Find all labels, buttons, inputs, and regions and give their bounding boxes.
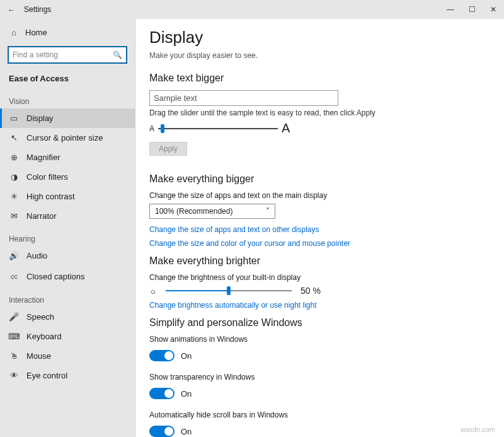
home-label: Home [25, 28, 47, 37]
home-nav[interactable]: ⌂ Home [0, 24, 135, 41]
nav-icon: ⊕ [9, 153, 19, 162]
sidebar-item-magnifier[interactable]: ⊕Magnifier [0, 148, 135, 167]
sidebar-item-high-contrast[interactable]: ✳High contrast [0, 187, 135, 206]
sidebar-item-narrator[interactable]: ✉Narrator [0, 206, 135, 226]
nav-icon: ⌨ [9, 332, 19, 341]
titlebar: ← Settings — ☐ ✕ [0, 0, 504, 19]
nav-group: Hearing [0, 226, 135, 246]
main-content: Display Make your display easier to see.… [135, 19, 504, 437]
sidebar: ⌂ Home Find a setting 🔍 Ease of Access V… [0, 19, 135, 437]
text-slider-thumb[interactable] [161, 124, 164, 133]
sidebar-item-mouse[interactable]: 🖱Mouse [0, 346, 135, 366]
search-placeholder: Find a setting [13, 50, 58, 59]
breadcrumb: Ease of Access [0, 69, 135, 88]
nav-label: High contrast [26, 192, 75, 201]
brightness-thumb[interactable] [227, 286, 231, 295]
toggle-transparency-state: On [181, 389, 192, 399]
sidebar-item-audio[interactable]: 🔊Audio [0, 246, 135, 265]
chevron-down-icon: ˅ [266, 207, 270, 216]
sidebar-item-color-filters[interactable]: ◑Color filters [0, 167, 135, 187]
section-text-bigger: Make text bigger [149, 73, 490, 84]
link-night-light[interactable]: Change brightness automatically or use n… [149, 301, 490, 310]
page-title: Display [149, 28, 490, 47]
scale-select[interactable]: 100% (Recommended) ˅ [149, 204, 275, 219]
nav-group: Vision [0, 88, 135, 108]
nav-label: Magnifier [26, 153, 60, 162]
close-button[interactable]: ✕ [483, 0, 504, 19]
small-a-icon: A [149, 124, 154, 133]
nav-label: Audio [26, 251, 47, 260]
nav-icon: 🎤 [9, 312, 19, 322]
nav-icon: ✳ [9, 192, 19, 201]
window-title: Settings [24, 5, 51, 14]
text-size-slider[interactable]: A A [149, 121, 490, 136]
search-icon: 🔍 [113, 50, 122, 59]
nav-label: Speech [26, 312, 54, 322]
link-cursor-pointer[interactable]: Change the size and color of your cursor… [149, 239, 490, 248]
sample-text-box: Sample text [149, 90, 338, 106]
sun-icon: ☼ [149, 286, 157, 296]
scale-label: Change the size of apps and text on the … [149, 191, 490, 200]
watermark: wsxdn.com [461, 426, 495, 433]
nav-label: Closed captions [26, 272, 85, 281]
nav-label: Keyboard [26, 332, 62, 341]
toggle-animations-label: Show animations in Windows [149, 335, 490, 344]
toggle-scrollbars-label: Automatically hide scroll bars in Window… [149, 411, 490, 419]
toggle-animations-state: On [181, 351, 192, 361]
nav-icon: 🖱 [9, 351, 19, 361]
apply-button[interactable]: Apply [149, 142, 187, 156]
sidebar-item-speech[interactable]: 🎤Speech [0, 307, 135, 327]
sidebar-item-closed-captions[interactable]: ㏄Closed captions [0, 265, 135, 287]
section-simplify: Simplify and personalize Windows [149, 317, 490, 329]
nav-icon: ✉ [9, 211, 19, 221]
nav-group: Interaction [0, 287, 135, 307]
link-other-displays[interactable]: Change the size of apps and text on othe… [149, 225, 490, 234]
brightness-label: Change the brightness of your built-in d… [149, 273, 490, 282]
nav-label: Cursor & pointer size [26, 133, 103, 143]
toggle-scrollbars-state: On [181, 427, 192, 436]
toggle-scrollbars[interactable] [149, 426, 175, 437]
toggle-transparency[interactable] [149, 388, 175, 399]
back-button[interactable]: ← [4, 5, 19, 15]
minimize-button[interactable]: — [440, 0, 461, 19]
nav-icon: ㏄ [9, 271, 19, 282]
search-input[interactable]: Find a setting 🔍 [8, 46, 127, 64]
sidebar-item-keyboard[interactable]: ⌨Keyboard [0, 327, 135, 346]
large-a-icon: A [282, 121, 290, 136]
brightness-slider[interactable] [166, 290, 292, 291]
nav-label: Color filters [26, 172, 68, 182]
brightness-percent: 50 % [301, 286, 321, 296]
section-everything-bigger: Make everything bigger [149, 173, 490, 185]
slider-hint: Drag the slider until the sample text is… [149, 108, 490, 117]
nav-icon: ↖ [9, 133, 19, 143]
nav-label: Eye control [26, 371, 67, 380]
nav-label: Narrator [26, 211, 57, 221]
nav-icon: 🔊 [9, 251, 19, 260]
nav-icon: ▭ [9, 114, 19, 123]
nav-icon: 👁 [9, 371, 19, 380]
scale-value: 100% (Recommended) [155, 207, 232, 216]
nav-label: Display [26, 114, 54, 123]
page-subtitle: Make your display easier to see. [149, 51, 490, 60]
sidebar-item-display[interactable]: ▭Display [0, 108, 135, 128]
toggle-transparency-label: Show transparency in Windows [149, 373, 490, 382]
toggle-animations[interactable] [149, 350, 175, 361]
nav-label: Mouse [26, 351, 51, 361]
section-brighter: Make everything brighter [149, 255, 490, 267]
sidebar-item-cursor-pointer-size[interactable]: ↖Cursor & pointer size [0, 128, 135, 148]
nav-icon: ◑ [9, 172, 19, 182]
home-icon: ⌂ [9, 28, 19, 37]
maximize-button[interactable]: ☐ [461, 0, 483, 19]
sidebar-item-eye-control[interactable]: 👁Eye control [0, 366, 135, 385]
